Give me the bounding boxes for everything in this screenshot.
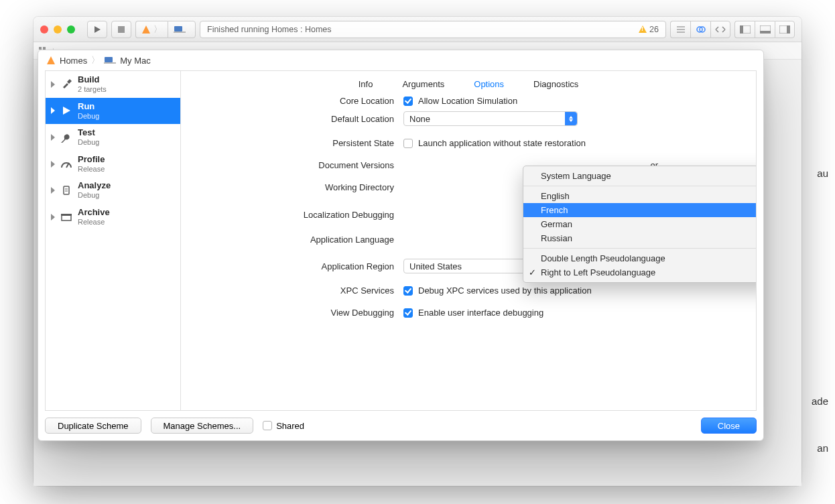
background-text: an: [817, 442, 828, 454]
view-debugging-checkbox[interactable]: [403, 308, 413, 318]
menu-item[interactable]: Right to Left Pseudolanguage: [523, 265, 756, 279]
phase-test[interactable]: TestDebug: [46, 124, 180, 151]
disclosure-icon: [51, 187, 55, 194]
svg-rect-30: [61, 214, 72, 216]
allow-location-simulation-checkbox[interactable]: [403, 97, 413, 106]
menu-item[interactable]: Double Length Pseudolanguage: [523, 251, 756, 265]
svg-rect-26: [64, 186, 69, 194]
persistent-state-label: Persistent State: [193, 138, 394, 148]
chevron-right-icon: 〉: [91, 54, 100, 66]
scheme-selector[interactable]: 〉: [135, 21, 196, 38]
manage-schemes-button[interactable]: Manage Schemes...: [151, 418, 254, 434]
core-location-label: Core Location: [193, 96, 394, 106]
scheme-editor-sheet: Homes 〉 My Mac Build2 targets RunDebug T…: [38, 50, 764, 441]
svg-rect-5: [174, 32, 186, 33]
persistent-state-checkbox[interactable]: [403, 139, 413, 148]
stop-button[interactable]: [111, 21, 131, 38]
svg-rect-23: [104, 62, 116, 64]
play-icon: [60, 106, 72, 115]
phase-analyze[interactable]: AnalyzeDebug: [46, 177, 180, 204]
gauge-icon: [60, 160, 72, 168]
svg-rect-12: [740, 25, 743, 34]
duplicate-scheme-button[interactable]: Duplicate Scheme: [45, 418, 141, 434]
svg-rect-17: [39, 47, 42, 50]
menu-item[interactable]: System Language: [523, 169, 756, 183]
destination-mac-icon: [104, 56, 116, 64]
xpc-text: Debug XPC services used by this applicat…: [418, 286, 592, 296]
default-location-label: Default Location: [193, 114, 394, 124]
svg-rect-18: [43, 47, 46, 50]
app-icon: [141, 25, 151, 34]
run-button[interactable]: [87, 21, 107, 38]
hammer-icon: [60, 79, 72, 90]
svg-rect-1: [118, 26, 125, 33]
phase-run[interactable]: RunDebug: [46, 98, 180, 125]
svg-rect-22: [105, 57, 113, 62]
shared-checkbox-row[interactable]: Shared: [263, 421, 304, 431]
disclosure-icon: [51, 81, 55, 88]
warnings-indicator[interactable]: 26: [639, 25, 659, 34]
disclosure-icon: [51, 161, 55, 168]
default-location-value: None: [409, 114, 430, 124]
xpc-checkbox[interactable]: [403, 286, 413, 296]
working-directory-label: Working Directory: [193, 182, 394, 192]
svg-rect-16: [787, 25, 790, 34]
tab-diagnostics[interactable]: Diagnostics: [533, 79, 578, 89]
minimize-window-button[interactable]: [54, 25, 62, 34]
activity-status-bar[interactable]: Finished running Homes : Homes 26: [200, 21, 666, 38]
svg-marker-0: [94, 26, 101, 33]
popup-arrows-icon: [565, 112, 577, 125]
zoom-window-button[interactable]: [67, 25, 75, 34]
menu-item[interactable]: Russian: [523, 231, 756, 245]
warning-icon: [639, 25, 647, 33]
persistent-state-text: Launch application without state restora…: [418, 138, 586, 148]
phase-build[interactable]: Build2 targets: [46, 71, 180, 98]
xpc-services-label: XPC Services: [193, 286, 394, 296]
titlebar: 〉 Finished running Homes : Homes 26: [34, 17, 801, 42]
tab-info[interactable]: Info: [359, 79, 373, 89]
application-language-menu[interactable]: System Language English French German Ru…: [523, 166, 756, 283]
menu-separator: [523, 248, 756, 249]
analyze-icon: [60, 186, 72, 195]
close-button[interactable]: Close: [701, 418, 757, 434]
menu-item[interactable]: English: [523, 189, 756, 203]
close-window-button[interactable]: [40, 25, 48, 34]
view-toggle-buttons[interactable]: [734, 21, 795, 38]
menu-item[interactable]: French: [523, 203, 756, 217]
options-panel: Info Arguments Options Diagnostics Core …: [181, 71, 756, 410]
shared-label: Shared: [276, 421, 304, 431]
view-debugging-text: Enable user interface debugging: [418, 308, 543, 318]
wrench-icon: [60, 132, 72, 143]
status-text: Finished running Homes : Homes: [207, 25, 332, 34]
disclosure-icon: [51, 107, 55, 114]
breadcrumb-destination: My Mac: [120, 56, 151, 66]
svg-rect-14: [760, 31, 771, 34]
disclosure-icon: [51, 214, 55, 220]
phase-profile[interactable]: ProfileRelease: [46, 151, 180, 178]
sheet-footer: Duplicate Scheme Manage Schemes... Share…: [45, 415, 757, 436]
scheme-breadcrumb[interactable]: Homes 〉 My Mac: [38, 50, 763, 70]
shared-checkbox[interactable]: [263, 421, 272, 430]
tab-options[interactable]: Options: [474, 79, 504, 89]
window-traffic-lights[interactable]: [40, 25, 75, 34]
phase-archive[interactable]: ArchiveRelease: [46, 204, 180, 231]
app-icon: [46, 56, 56, 65]
svg-rect-29: [62, 215, 71, 220]
allow-location-simulation-text: Allow Location Simulation: [418, 96, 517, 106]
background-text: au: [817, 168, 828, 179]
tab-arguments[interactable]: Arguments: [402, 79, 444, 89]
menu-separator: [523, 186, 756, 186]
disclosure-icon: [51, 134, 55, 141]
background-text: ade: [812, 395, 828, 407]
menu-item[interactable]: German: [523, 217, 756, 231]
svg-marker-2: [142, 25, 150, 34]
application-region-value: United States: [409, 261, 462, 271]
default-location-popup[interactable]: None: [403, 111, 578, 126]
localization-debugging-label: Localization Debugging: [193, 210, 394, 220]
editor-mode-buttons[interactable]: [670, 21, 730, 38]
destination-mac-icon: [174, 25, 186, 34]
scheme-phase-list[interactable]: Build2 targets RunDebug TestDebug Profil…: [46, 71, 181, 410]
scheme-tabs[interactable]: Info Arguments Options Diagnostics: [193, 71, 744, 96]
warning-count: 26: [649, 25, 659, 34]
svg-rect-4: [174, 26, 182, 32]
